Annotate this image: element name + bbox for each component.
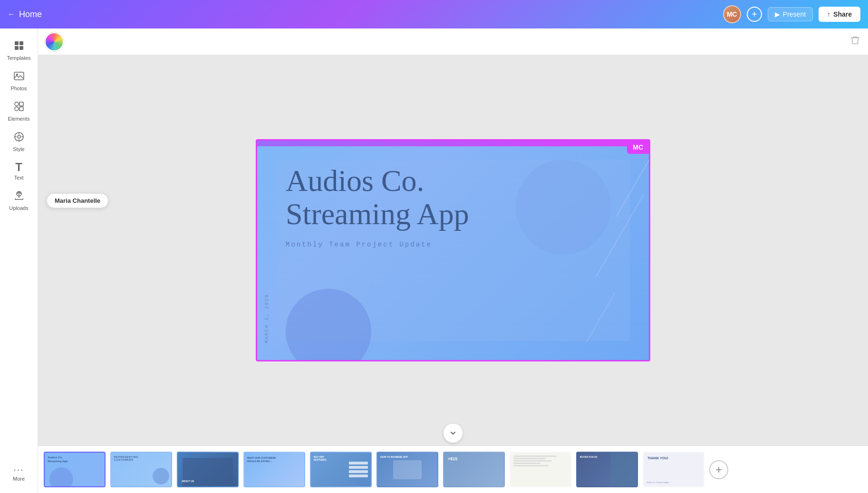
slide-content: Audios Co. Streaming App Monthly Team Pr… <box>286 164 620 248</box>
svg-point-11 <box>18 135 20 138</box>
thumb-2-circle <box>153 468 169 484</box>
slide-subtitle: Monthly Team Project Update <box>286 241 620 248</box>
sidebar-item-photos[interactable]: Photos <box>2 66 36 95</box>
svg-rect-9 <box>19 107 23 111</box>
filmstrip-slide-10[interactable]: THANK YOU! Audios Co. Streaming App <box>643 452 704 487</box>
slide-top-accent <box>257 141 649 146</box>
add-slide-icon: + <box>715 463 722 476</box>
svg-rect-1 <box>19 41 23 45</box>
svg-rect-0 <box>15 41 19 45</box>
style-label: Style <box>13 146 24 152</box>
filmstrip-slide-6[interactable]: HOW TO MAXIMIZE APP <box>376 452 438 487</box>
templates-icon <box>13 40 25 53</box>
text-icon: T <box>15 161 22 173</box>
toolbar <box>38 28 868 55</box>
filmstrip-slide-1[interactable]: Audios Co.Streaming App <box>44 452 106 487</box>
svg-rect-3 <box>19 46 23 50</box>
header-left: ← Home <box>8 9 42 19</box>
present-button[interactable]: ▶ Present <box>768 7 813 21</box>
thumb-4-text: WHAT OUR CUSTOMERSWOULD BE SAYING... <box>247 456 301 463</box>
sidebar-item-uploads[interactable]: Uploads <box>2 186 36 215</box>
photos-label: Photos <box>10 85 27 91</box>
more-icon: ··· <box>13 465 24 474</box>
chevron-down-button[interactable] <box>444 424 463 443</box>
more-label: More <box>13 476 25 482</box>
slide-date: MARCH 1, 2020 <box>264 294 270 343</box>
slide-title: Audios Co. Streaming App <box>286 164 620 231</box>
filmstrip: Audios Co.Streaming App REPRESENTINGCUST… <box>38 446 868 493</box>
templates-label: Templates <box>7 55 30 61</box>
slide-title-line2: Streaming App <box>286 198 620 231</box>
thumb-7-price: >$15 <box>448 456 457 461</box>
svg-rect-7 <box>19 102 23 106</box>
sidebar-item-more[interactable]: ··· More <box>2 461 36 485</box>
home-label: Home <box>19 9 42 19</box>
elements-label: Elements <box>8 116 30 122</box>
filmstrip-slide-5[interactable]: KEY APPFEATURES <box>310 452 372 487</box>
thumb-5-bars <box>349 455 368 484</box>
present-icon: ▶ <box>775 10 780 18</box>
share-icon: ↑ <box>827 10 830 18</box>
thumb-1-circle <box>49 467 73 487</box>
thumb-9-person <box>611 453 637 486</box>
filmstrip-slide-3[interactable]: ABOUT US <box>177 452 239 487</box>
style-icon <box>13 131 25 144</box>
filmstrip-slide-2[interactable]: REPRESENTINGCUSTOMERS <box>110 452 172 487</box>
sidebar-item-text[interactable]: T Text <box>2 158 36 184</box>
filmstrip-slide-7[interactable]: >$15 <box>443 452 505 487</box>
delete-button[interactable] <box>850 35 860 48</box>
thumb-5-text: KEY APPFEATURES <box>314 455 327 461</box>
header: ← Home MC + ▶ Present ↑ Share <box>0 0 868 28</box>
svg-point-8 <box>15 107 19 111</box>
share-button[interactable]: ↑ Share <box>819 7 860 22</box>
sidebar-item-elements[interactable]: Elements <box>2 97 36 125</box>
slide-canvas[interactable]: MC Audios Co. Streaming App Monthly Team… <box>256 139 650 361</box>
avatar[interactable]: MC <box>723 5 741 23</box>
header-right: MC + ▶ Present ↑ Share <box>723 5 860 23</box>
back-icon: ← <box>8 10 15 19</box>
share-label: Share <box>833 10 852 18</box>
filmstrip-slide-8[interactable] <box>510 452 571 487</box>
thumb-6-text: HOW TO MAXIMIZE APP <box>380 455 408 458</box>
slide-badge: MC <box>627 141 649 154</box>
thumb-10-subtitle: Audios Co. Streaming App <box>646 481 669 484</box>
thumb-2-text: REPRESENTINGCUSTOMERS <box>114 455 138 461</box>
add-people-button[interactable]: + <box>747 7 762 22</box>
photos-icon <box>13 70 25 84</box>
sidebar-item-style[interactable]: Style <box>2 127 36 156</box>
uploads-label: Uploads <box>9 205 28 211</box>
plus-icon: + <box>752 9 757 20</box>
back-button[interactable]: ← <box>8 10 15 19</box>
filmstrip-slide-4[interactable]: WHAT OUR CUSTOMERSWOULD BE SAYING... <box>243 452 305 487</box>
svg-point-6 <box>15 102 19 106</box>
elements-icon <box>13 101 25 114</box>
sidebar: Templates Photos Elements <box>0 28 38 493</box>
color-palette-button[interactable] <box>46 33 63 50</box>
thumb-3-text: ABOUT US <box>182 480 194 483</box>
thumb-6-card <box>393 460 422 479</box>
text-label: Text <box>14 175 23 180</box>
present-label: Present <box>783 10 806 18</box>
thumb-8-lines <box>513 455 568 484</box>
add-slide-button[interactable]: + <box>709 460 728 479</box>
filmstrip-slide-9[interactable]: BUYER FOCUS <box>576 452 638 487</box>
svg-rect-2 <box>15 46 19 50</box>
uploads-icon <box>13 190 25 203</box>
thumb-10-text: THANK YOU! <box>647 456 668 460</box>
main-canvas-area: MC Audios Co. Streaming App Monthly Team… <box>38 55 868 446</box>
maria-chantelle-tooltip: Maria Chantelle <box>47 193 108 208</box>
sidebar-item-templates[interactable]: Templates <box>2 36 36 65</box>
thumb-1-text: Audios Co.Streaming App <box>48 455 68 464</box>
slide-title-line1: Audios Co. <box>286 164 620 198</box>
thumb-9-text: BUYER FOCUS <box>580 455 597 458</box>
